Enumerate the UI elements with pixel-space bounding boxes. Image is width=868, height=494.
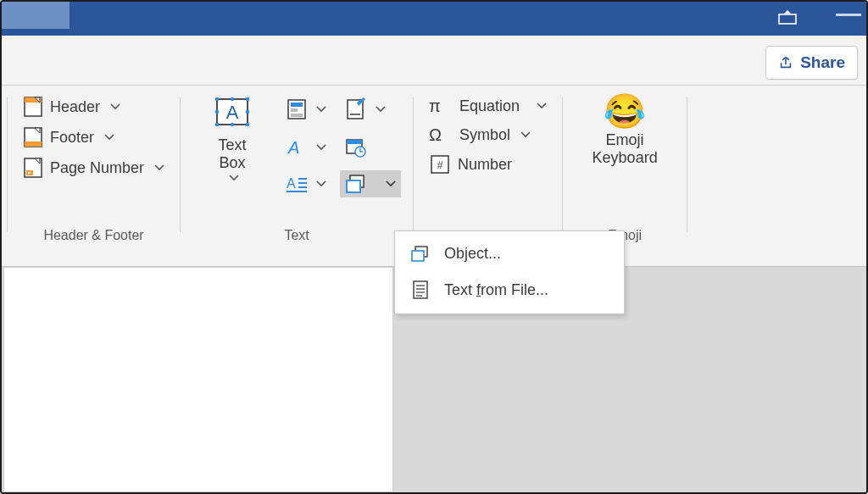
- svg-rect-21: [291, 114, 303, 117]
- svg-text:A: A: [226, 102, 239, 123]
- equation-icon: π: [429, 96, 453, 116]
- document-page[interactable]: [3, 267, 393, 492]
- quick-parts-button[interactable]: [281, 94, 331, 125]
- svg-point-17: [246, 110, 250, 114]
- signature-line-button[interactable]: [340, 94, 401, 125]
- group-text: A Text Box: [181, 94, 413, 266]
- chevron-down-icon: [316, 106, 326, 113]
- chevron-down-icon: [316, 180, 326, 187]
- object-split-button[interactable]: [340, 170, 401, 197]
- number-button[interactable]: # Number: [426, 152, 550, 177]
- number-icon: #: [429, 153, 451, 175]
- menu-item-text-from-file-label: Text from File...: [444, 281, 548, 299]
- share-label: Share: [800, 53, 845, 72]
- text-box-label: Text Box: [219, 136, 247, 171]
- wordart-button[interactable]: A: [281, 133, 331, 162]
- wordart-icon: A: [286, 136, 308, 158]
- svg-text:Ω: Ω: [429, 125, 442, 144]
- svg-point-13: [246, 123, 250, 127]
- window-minimize-button[interactable]: [836, 14, 861, 16]
- svg-point-16: [215, 110, 220, 114]
- page-number-icon: #: [23, 157, 43, 179]
- title-bar: [2, 2, 866, 36]
- share-icon: [778, 55, 793, 70]
- quick-parts-icon: [286, 97, 308, 121]
- emoji-keyboard-button[interactable]: 😂 Emoji Keyboard: [575, 94, 675, 166]
- header-button[interactable]: Header: [19, 94, 168, 119]
- svg-point-10: [215, 97, 220, 102]
- svg-text:π: π: [429, 97, 441, 115]
- group-label-text: Text: [192, 228, 401, 243]
- svg-text:A: A: [287, 138, 299, 157]
- chevron-down-icon: [386, 180, 396, 187]
- text-file-icon: [410, 280, 431, 300]
- page-number-label: Page Number: [50, 159, 144, 177]
- text-box-button[interactable]: A Text Box: [192, 94, 272, 181]
- date-time-button[interactable]: [340, 133, 401, 162]
- signature-line-icon: [345, 97, 367, 121]
- page-number-button[interactable]: # Page Number: [19, 155, 168, 180]
- emoji-keyboard-label: Emoji Keyboard: [593, 131, 658, 166]
- group-header-footer: Header Footer: [8, 94, 180, 266]
- emoji-laugh-icon: 😂: [604, 94, 646, 128]
- svg-rect-36: [347, 180, 360, 192]
- ribbon-display-icon: [778, 9, 797, 25]
- chevron-down-icon: [316, 144, 326, 151]
- header-icon: [23, 96, 43, 118]
- symbol-icon: Ω: [429, 125, 453, 145]
- svg-point-12: [215, 123, 220, 127]
- svg-point-15: [231, 123, 235, 127]
- svg-rect-4: [25, 142, 42, 147]
- group-separator: [687, 97, 687, 232]
- svg-point-11: [246, 97, 250, 102]
- share-button[interactable]: Share: [765, 46, 858, 80]
- chevron-down-icon: [537, 103, 547, 109]
- svg-point-14: [231, 97, 235, 102]
- drop-cap-icon: A: [286, 174, 308, 194]
- text-box-icon: A: [212, 94, 253, 133]
- footer-label: Footer: [50, 129, 94, 147]
- menu-item-object[interactable]: Object...: [395, 236, 624, 271]
- header-label: Header: [50, 98, 100, 116]
- object-dropdown-menu: Object... Text from File...: [394, 230, 625, 314]
- chevron-down-icon: [229, 175, 239, 181]
- svg-rect-19: [291, 103, 303, 107]
- app-window: Share Header: [0, 0, 868, 494]
- chevron-down-icon: [376, 106, 386, 113]
- chevron-down-icon: [154, 164, 164, 171]
- chevron-down-icon: [110, 103, 120, 110]
- svg-rect-0: [779, 14, 796, 24]
- symbol-label: Symbol: [459, 126, 510, 144]
- svg-rect-20: [291, 108, 298, 112]
- title-bar-tab[interactable]: [2, 2, 70, 29]
- svg-text:#: #: [437, 159, 443, 171]
- svg-text:A: A: [287, 176, 296, 191]
- equation-button[interactable]: π Equation: [426, 94, 550, 118]
- footer-icon: [23, 126, 43, 148]
- group-label-header-footer: Header & Footer: [19, 228, 168, 243]
- date-time-icon: [345, 136, 367, 158]
- number-label: Number: [458, 156, 512, 174]
- drop-cap-button[interactable]: A: [281, 170, 331, 197]
- share-row: Share: [2, 36, 866, 86]
- menu-item-object-label: Object...: [444, 245, 501, 263]
- svg-rect-42: [412, 251, 424, 261]
- chevron-down-icon: [520, 131, 531, 138]
- object-icon: [345, 174, 367, 194]
- ribbon-display-options-button[interactable]: [776, 8, 798, 25]
- equation-label: Equation: [459, 97, 520, 115]
- chevron-down-icon: [104, 134, 114, 141]
- svg-rect-31: [347, 140, 362, 144]
- footer-button[interactable]: Footer: [19, 125, 168, 150]
- menu-item-text-from-file[interactable]: Text from File...: [395, 271, 624, 308]
- symbol-button[interactable]: Ω Symbol: [426, 123, 550, 147]
- object-icon: [410, 246, 431, 263]
